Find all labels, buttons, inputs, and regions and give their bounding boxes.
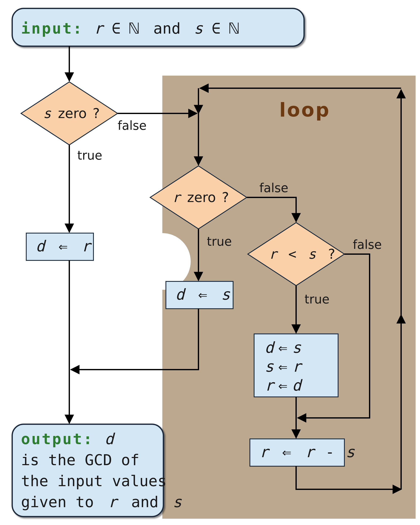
- process-subtract-text: r ⇐ r - s: [259, 443, 355, 461]
- label-szero-true: true: [77, 148, 102, 162]
- process-swap-line2: s⇐r: [265, 358, 303, 375]
- label-rls-false: false: [353, 237, 382, 252]
- output-line3: the input values: [21, 472, 167, 490]
- output-line2: is the GCD of: [21, 451, 140, 469]
- process-d-gets-r-text: d ⇐ r: [36, 237, 92, 255]
- label-rls-true: true: [305, 292, 329, 306]
- output-line4: given to r and s: [21, 493, 182, 511]
- label-rzero-false: false: [259, 181, 288, 195]
- process-d-gets-s-text: d ⇐ s: [175, 286, 230, 303]
- label-szero-false: false: [118, 118, 147, 133]
- process-swap-line1: d⇐s: [265, 339, 301, 356]
- input-text: input: r ∈ ℕ and s ∈ ℕ: [21, 19, 240, 37]
- decision-s-zero: s zero ?: [21, 82, 118, 145]
- label-rzero-true: true: [207, 234, 232, 249]
- process-swap-line3: r⇐d: [265, 376, 303, 394]
- loop-label: loop: [279, 99, 330, 121]
